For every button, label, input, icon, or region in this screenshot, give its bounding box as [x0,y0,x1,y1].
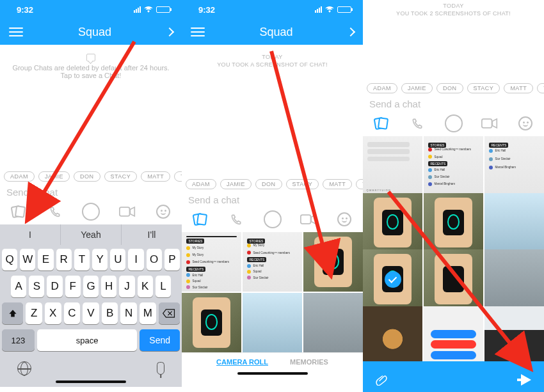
key-send[interactable]: Send [140,329,180,351]
member-chip[interactable]: TIM [174,171,182,182]
chat-input[interactable]: Send a chat [363,93,544,112]
gallery-button[interactable] [372,116,391,131]
member-chip[interactable]: JAMIE [220,179,252,189]
key-b[interactable]: B [102,302,118,324]
key-d[interactable]: D [47,276,62,297]
photo-thumb[interactable] [424,193,483,253]
key-e[interactable]: E [38,249,53,270]
key-q[interactable]: Q [2,249,17,270]
capture-button[interactable] [81,204,100,219]
member-chip[interactable]: STACY [286,179,319,189]
key-t[interactable]: T [74,249,90,270]
key-p[interactable]: P [164,249,180,270]
send-button[interactable] [521,374,531,386]
key-u[interactable]: U [110,249,125,270]
key-h[interactable]: H [101,276,116,297]
key-v[interactable]: V [83,302,99,324]
photo-thumb[interactable] [363,193,422,253]
mic-icon[interactable] [157,362,164,375]
photo-thumb[interactable] [484,193,544,253]
menu-icon[interactable] [9,25,23,39]
key-k[interactable]: K [138,276,153,297]
call-button[interactable] [408,116,427,131]
suggestion[interactable]: I [0,224,61,245]
emoji-button[interactable] [516,116,535,131]
gallery-button[interactable] [191,212,210,227]
member-chip[interactable]: DON [255,179,282,189]
chevron-right-icon[interactable] [346,27,355,36]
capture-button[interactable] [263,212,282,227]
member-chip[interactable]: ADAM [186,179,216,189]
photo-thumb[interactable] [424,249,483,309]
menu-icon[interactable] [191,25,205,39]
key-g[interactable]: G [83,276,99,297]
key-a[interactable]: A [11,276,26,297]
key-z[interactable]: Z [26,302,42,324]
photo-thumb[interactable] [303,232,363,292]
member-chip[interactable]: DON [74,171,100,182]
photo-thumb[interactable]: STORIES My Story Seed Coworking™ members… [243,232,302,292]
photo-thumb[interactable] [243,293,302,352]
video-button[interactable] [480,116,499,131]
member-chip[interactable]: JAMIE [401,83,433,93]
key-c[interactable]: C [64,302,81,324]
member-chip[interactable]: MATT [323,179,352,189]
key-i[interactable]: I [128,249,143,270]
key-y[interactable]: Y [92,249,108,270]
key-x[interactable]: X [45,302,61,324]
photo-thumb[interactable]: STORIES My Story My Story Seed Coworking… [182,232,241,292]
key-f[interactable]: F [65,276,81,297]
photo-thumb-selected[interactable] [363,249,422,309]
emoji-button[interactable] [335,212,354,227]
member-chip[interactable]: STACY [467,83,500,93]
tab-camera-roll[interactable]: CAMERA ROLL [216,358,268,366]
attachment-icon[interactable] [376,374,387,386]
globe-icon[interactable] [17,361,31,375]
member-chip[interactable]: STACY [104,171,138,182]
key-123[interactable]: 123 [2,329,35,351]
home-indicator[interactable] [56,380,126,383]
tab-memories[interactable]: MEMORIES [290,358,328,366]
member-chip[interactable]: MATT [141,171,170,182]
photo-thumb[interactable]: RECENTS Eric Hall Sior Sinclair Marcel B… [484,136,544,196]
key-space[interactable]: space [37,329,138,351]
key-m[interactable]: M [140,302,156,324]
key-backspace[interactable] [159,302,180,324]
video-button[interactable] [299,212,318,227]
member-chip[interactable]: DON [436,83,463,93]
member-chip[interactable]: ADAM [4,171,35,182]
key-w[interactable]: W [20,249,35,270]
photo-thumb[interactable] [182,293,241,352]
member-chip[interactable]: MATT [504,83,533,93]
member-chip[interactable]: JAMIE [38,171,70,182]
emoji-button[interactable] [154,204,173,219]
member-chip[interactable]: TIM [356,179,363,189]
chevron-right-icon[interactable] [165,27,174,36]
chat-input[interactable]: Send a chat [0,182,182,200]
key-n[interactable]: N [120,302,137,324]
key-r[interactable]: R [56,249,72,270]
chat-input[interactable]: Send a chat [182,189,363,208]
photo-thumb[interactable] [484,306,544,362]
member-chip[interactable]: TIM [537,83,544,93]
gallery-button[interactable] [9,204,28,219]
key-j[interactable]: J [119,276,134,297]
photo-thumb[interactable]: STORIES Seed Coworking™ members Squad RE… [424,136,483,196]
video-button[interactable] [118,204,137,219]
key-o[interactable]: O [147,249,162,270]
photo-thumb[interactable] [303,293,363,352]
photo-thumb[interactable] [363,306,422,362]
key-l[interactable]: L [156,276,171,297]
suggestion[interactable]: Yeah [61,224,122,245]
call-button[interactable] [227,212,246,227]
key-shift[interactable] [2,302,23,324]
suggestion[interactable]: I'll [122,224,182,245]
photo-thumb[interactable] [424,306,483,362]
call-button[interactable] [45,204,65,219]
home-indicator[interactable] [237,372,308,375]
photo-thumb[interactable]: Q W E R T Y U I O P [363,136,422,196]
photo-thumb[interactable] [484,249,544,309]
key-s[interactable]: S [29,276,44,297]
member-chip[interactable]: ADAM [367,83,397,93]
capture-button[interactable] [444,116,463,131]
